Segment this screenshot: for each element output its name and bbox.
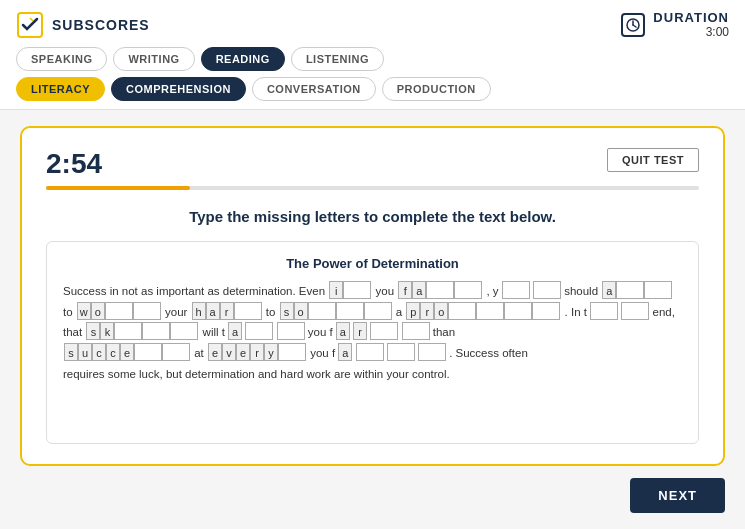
letter: h [192, 302, 206, 320]
text-segment: to [63, 306, 76, 318]
blank-input[interactable] [234, 302, 262, 320]
word-pro: p r o [406, 302, 560, 320]
text-segment-last: requires some luck, but determination an… [63, 368, 450, 380]
blank-input[interactable] [448, 302, 476, 320]
timer-row: 2:54 QUIT TEST [46, 148, 699, 180]
sub-nav: LITERACY COMPREHENSION CONVERSATION PROD… [16, 77, 729, 101]
blank-input[interactable] [114, 322, 142, 340]
blank-input[interactable] [133, 302, 161, 320]
text-segment: Success in not as important as determina… [63, 285, 328, 297]
blank-input[interactable] [426, 281, 454, 299]
word-a: a [602, 281, 672, 299]
letter: a [338, 343, 352, 361]
word-every: e v e r y [208, 343, 306, 361]
word-sk: s k [86, 322, 198, 340]
blank-input[interactable] [590, 302, 618, 320]
text-segment: will t [203, 326, 225, 338]
letter: c [92, 343, 106, 361]
text-segment: . Success often [449, 347, 528, 359]
blank-input[interactable] [142, 322, 170, 340]
main-nav: SPEAKING WRITING READING LISTENING [16, 47, 729, 71]
word-succ: s u c c e [64, 343, 190, 361]
blank-input[interactable] [533, 281, 561, 299]
letter: o [294, 302, 308, 320]
letter: v [222, 343, 236, 361]
word-har: h a r [192, 302, 262, 320]
letter: s [64, 343, 78, 361]
text-segment: a [396, 306, 406, 318]
text-segment: , y [486, 285, 498, 297]
blank-input[interactable] [170, 322, 198, 340]
text-segment: should [564, 285, 601, 297]
tab-speaking[interactable]: SPEAKING [16, 47, 107, 71]
letter: r [250, 343, 264, 361]
blank-input[interactable] [308, 302, 336, 320]
blank-input[interactable] [621, 302, 649, 320]
letter: a [336, 322, 350, 340]
letter: e [208, 343, 222, 361]
progress-bar-container [46, 186, 699, 190]
letter: y [264, 343, 278, 361]
header: SUBSCORES DURATION 3:00 SPEAKING W [0, 0, 745, 110]
blank-input[interactable] [370, 322, 398, 340]
duration-box: DURATION 3:00 [621, 10, 729, 39]
blank-input[interactable] [336, 302, 364, 320]
word-wo: w o [77, 302, 161, 320]
tab-production[interactable]: PRODUCTION [382, 77, 491, 101]
blank-input[interactable] [402, 322, 430, 340]
blank-input[interactable] [364, 302, 392, 320]
tab-conversation[interactable]: CONVERSATION [252, 77, 376, 101]
text-segment: you f [308, 326, 333, 338]
blank-input[interactable] [454, 281, 482, 299]
blank-input[interactable] [476, 302, 504, 320]
tab-literacy[interactable]: LITERACY [16, 77, 105, 101]
blank-input[interactable] [245, 322, 273, 340]
blank-input[interactable] [616, 281, 644, 299]
blank-input[interactable] [504, 302, 532, 320]
blank-input[interactable] [644, 281, 672, 299]
blank-input[interactable] [532, 302, 560, 320]
timer-display: 2:54 [46, 148, 102, 180]
letter: u [78, 343, 92, 361]
letter: o [434, 302, 448, 320]
letter: e [236, 343, 250, 361]
blank-input[interactable] [162, 343, 190, 361]
letter: r [420, 302, 434, 320]
duration-info: DURATION 3:00 [653, 10, 729, 39]
text-segment: you [375, 285, 397, 297]
word-i: i [329, 281, 371, 299]
tab-comprehension[interactable]: COMPREHENSION [111, 77, 246, 101]
blank-input[interactable] [387, 343, 415, 361]
passage-text: Success in not as important as determina… [63, 281, 682, 384]
next-button[interactable]: NEXT [630, 478, 725, 513]
tab-writing[interactable]: WRITING [113, 47, 194, 71]
letter: a [206, 302, 220, 320]
letter: k [100, 322, 114, 340]
letter: w [77, 302, 91, 320]
subscores-logo: SUBSCORES [16, 11, 150, 39]
tab-reading[interactable]: READING [201, 47, 285, 71]
subscores-label: SUBSCORES [52, 17, 150, 33]
blank-input[interactable] [277, 322, 305, 340]
text-segment: . In t [565, 306, 587, 318]
quit-test-button[interactable]: QUIT TEST [607, 148, 699, 172]
footer-row: NEXT [20, 478, 725, 513]
exercise-card: 2:54 QUIT TEST Type the missing letters … [20, 126, 725, 466]
blank-input[interactable] [502, 281, 530, 299]
blank-input[interactable] [343, 281, 371, 299]
letter: s [86, 322, 100, 340]
blank-input[interactable] [105, 302, 133, 320]
blank-input[interactable] [134, 343, 162, 361]
duration-label: DURATION [653, 10, 729, 25]
text-segment: your [165, 306, 191, 318]
blank-input[interactable] [418, 343, 446, 361]
letter: s [280, 302, 294, 320]
blank-input[interactable] [278, 343, 306, 361]
progress-bar-fill [46, 186, 190, 190]
instruction-text: Type the missing letters to complete the… [46, 208, 699, 225]
tab-listening[interactable]: LISTENING [291, 47, 384, 71]
blank-input[interactable] [356, 343, 384, 361]
letter: c [106, 343, 120, 361]
letter: f [398, 281, 412, 299]
logo-icon [16, 11, 44, 39]
